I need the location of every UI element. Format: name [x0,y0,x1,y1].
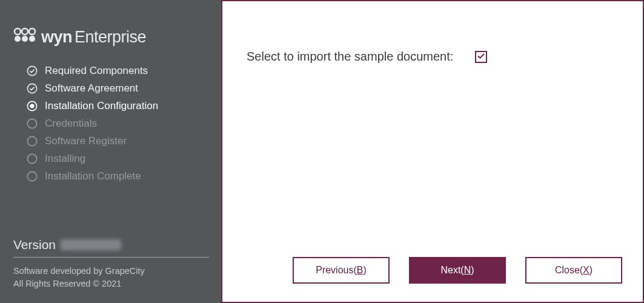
step-label: Software Agreement [45,82,138,95]
btn-close: ) [471,265,474,275]
svg-point-2 [29,28,35,35]
version-row: Version [13,238,209,258]
next-button[interactable]: Next(N) [409,257,506,284]
wyn-logo-icon [13,27,40,47]
sidebar-footer: Version Software developed by GrapeCity … [13,238,209,291]
step-software-register: Software Register [27,135,209,147]
close-button[interactable]: Close(X) [525,257,622,284]
footer-buttons: Previous(B) Next(N) Close(X) [222,257,643,302]
step-label: Software Register [45,135,127,147]
wizard-steps: Required Components Software Agreement I… [13,65,209,188]
logo-text: wynEnterprise [41,28,146,47]
svg-point-6 [27,66,36,75]
main-panel: Select to import the sample document: Pr… [221,0,644,303]
step-installing: Installing [27,153,209,165]
svg-point-12 [27,154,36,163]
svg-point-0 [15,28,21,35]
step-label: Installation Complete [45,170,141,182]
btn-text: Next( [440,265,463,275]
btn-text: Previous( [316,265,357,275]
step-label: Installing [45,153,85,165]
svg-point-1 [22,28,28,35]
circle-icon [27,153,38,164]
step-installation-configuration: Installation Configuration [27,100,209,112]
circle-icon [27,118,38,129]
copyright-line-2: All Rights Reserved © 2021 [13,278,209,291]
check-circle-icon [27,83,38,94]
step-software-agreement: Software Agreement [27,82,209,95]
copyright: Software developed by GrapeCity All Righ… [13,265,209,291]
svg-point-11 [27,136,36,145]
btn-close: ) [589,265,593,275]
step-label: Installation Configuration [45,100,158,112]
btn-close: ) [363,265,366,275]
svg-point-3 [15,36,21,42]
btn-key: B [357,265,363,275]
svg-point-4 [22,36,28,42]
svg-point-10 [27,119,36,128]
btn-text: Close( [555,265,583,275]
step-installation-complete: Installation Complete [27,170,209,182]
step-required-components: Required Components [27,65,209,77]
svg-point-9 [30,104,34,108]
svg-point-5 [29,36,35,42]
circle-icon [27,171,38,182]
previous-button[interactable]: Previous(B) [293,257,390,284]
svg-point-7 [27,84,36,93]
radio-selected-icon [27,101,38,112]
sidebar: wynEnterprise Required Components Softwa… [0,0,221,303]
version-label: Version [13,238,56,252]
step-credentials: Credentials [27,118,209,130]
logo: wynEnterprise [13,27,209,47]
import-sample-checkbox[interactable] [475,51,487,63]
import-sample-prompt: Select to import the sample document: [247,50,453,64]
btn-key: X [583,265,589,275]
check-circle-icon [27,65,38,76]
step-label: Credentials [45,118,97,130]
btn-key: N [464,265,471,275]
version-value-blurred [61,239,121,250]
svg-point-13 [27,171,36,181]
checkmark-icon [477,52,485,62]
circle-icon [27,136,38,147]
content-area: Select to import the sample document: [222,1,643,64]
copyright-line-1: Software developed by GrapeCity [13,265,209,278]
step-label: Required Components [45,65,148,77]
